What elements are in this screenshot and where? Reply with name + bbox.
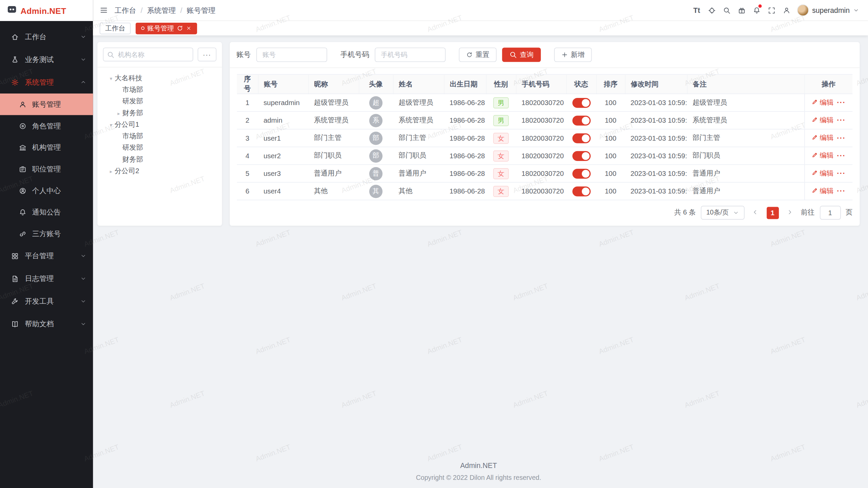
- edit-button[interactable]: 编辑: [811, 151, 833, 161]
- tree-caret-icon[interactable]: ▾: [107, 122, 115, 127]
- sidebar-subitem[interactable]: 三方账号: [0, 223, 93, 245]
- tab-label: 账号管理: [147, 23, 174, 33]
- row-more-button[interactable]: ···: [837, 116, 846, 124]
- role-icon: [19, 122, 27, 130]
- sidebar-item[interactable]: 开发工具: [0, 290, 93, 313]
- tab-active[interactable]: 账号管理: [136, 22, 197, 34]
- sidebar-subitem[interactable]: 职位管理: [0, 158, 93, 180]
- hamburger-icon[interactable]: [100, 6, 108, 14]
- page-1-button[interactable]: 1: [766, 207, 778, 219]
- tree-node-label: 研发部: [122, 143, 143, 153]
- tree-node[interactable]: 财务部: [101, 154, 219, 165]
- breadcrumb-item[interactable]: 工作台: [115, 5, 136, 15]
- edit-button[interactable]: 编辑: [811, 169, 833, 178]
- status-toggle[interactable]: [572, 115, 590, 125]
- status-toggle[interactable]: [572, 151, 590, 161]
- sidebar-item[interactable]: 日志管理: [0, 267, 93, 290]
- goto-page-input[interactable]: [820, 206, 841, 220]
- reset-button[interactable]: 重置: [459, 47, 496, 62]
- sidebar-item[interactable]: 业务测试: [0, 48, 93, 71]
- locate-icon[interactable]: [704, 3, 719, 18]
- tree-node[interactable]: 研发部: [101, 96, 219, 107]
- edit-label: 编辑: [820, 116, 834, 125]
- logo[interactable]: Admin.NET: [0, 0, 93, 21]
- tab-item[interactable]: 工作台: [100, 22, 131, 34]
- row-more-button[interactable]: ···: [837, 99, 846, 107]
- user-menu[interactable]: superadmin: [797, 4, 859, 16]
- status-toggle[interactable]: [572, 186, 590, 196]
- cell-sort: 100: [596, 129, 625, 147]
- row-more-button[interactable]: ···: [837, 187, 846, 195]
- tree-caret-icon[interactable]: ▸: [115, 110, 122, 116]
- avatar: 部: [369, 131, 382, 145]
- edit-button[interactable]: 编辑: [811, 133, 833, 143]
- sidebar-subitem[interactable]: 通知公告: [0, 201, 93, 223]
- cell-nickname: 系统管理员: [308, 111, 359, 129]
- cell-actions: 编辑···: [804, 111, 852, 129]
- cell-sort: 100: [596, 147, 625, 164]
- add-label: 新增: [571, 50, 585, 60]
- row-more-button[interactable]: ···: [837, 134, 846, 142]
- search-icon[interactable]: [719, 3, 734, 18]
- status-toggle[interactable]: [572, 98, 590, 107]
- tree-node[interactable]: ▾分公司1: [101, 119, 219, 130]
- tree-node-label: 研发部: [122, 97, 143, 106]
- tree-node[interactable]: ▾大名科技: [101, 73, 219, 84]
- row-more-button[interactable]: ···: [837, 169, 846, 178]
- phone-input[interactable]: [375, 47, 446, 62]
- tree-caret-icon[interactable]: ▸: [107, 168, 115, 174]
- gift-icon[interactable]: [734, 3, 749, 18]
- status-toggle[interactable]: [572, 133, 590, 143]
- edit-button[interactable]: 编辑: [811, 116, 833, 125]
- user-icon[interactable]: [779, 3, 794, 18]
- tree-node[interactable]: ▸分公司2: [101, 165, 219, 177]
- sidebar-subitem[interactable]: 个人中心: [0, 180, 93, 202]
- tabs-bar: 工作台账号管理: [93, 21, 868, 35]
- cell-avatar: 其: [359, 182, 393, 200]
- row-more-button[interactable]: ···: [837, 151, 846, 160]
- sidebar-item[interactable]: 工作台: [0, 25, 93, 48]
- fullscreen-icon[interactable]: [764, 3, 779, 18]
- tree-caret-icon[interactable]: ▾: [107, 76, 115, 81]
- breadcrumb-separator: /: [180, 6, 182, 14]
- tree-more-button[interactable]: ···: [198, 47, 217, 61]
- table-body: 1superadmin超级管理员超超级管理员1986-06-28男1802003…: [237, 94, 853, 200]
- edit-icon: [811, 151, 818, 160]
- cell-remark: 超级管理员: [687, 94, 804, 111]
- breadcrumb-item[interactable]: 账号管理: [187, 5, 216, 15]
- tree-node[interactable]: 研发部: [101, 142, 219, 154]
- sidebar-subitem[interactable]: 账号管理: [0, 94, 93, 115]
- edit-button[interactable]: 编辑: [811, 98, 833, 107]
- org-search-input[interactable]: [103, 47, 193, 61]
- tab-refresh-icon[interactable]: [177, 25, 183, 32]
- page-size-select[interactable]: 10条/页: [701, 206, 744, 220]
- add-button[interactable]: 新增: [554, 47, 592, 62]
- refresh-icon: [466, 52, 473, 58]
- prev-page-button[interactable]: [749, 207, 762, 219]
- bell-icon[interactable]: [749, 3, 764, 18]
- tree-node[interactable]: ▸财务部: [101, 107, 219, 119]
- tree-node-label: 大名科技: [115, 74, 142, 83]
- sidebar-item[interactable]: 平台管理: [0, 245, 93, 267]
- next-page-button[interactable]: [784, 207, 796, 219]
- cell-gender: 女: [486, 165, 516, 182]
- cell-account: user2: [258, 147, 309, 164]
- cell-birthdate: 1986-06-28: [444, 147, 486, 164]
- tree-node[interactable]: 市场部: [101, 84, 219, 96]
- edit-button[interactable]: 编辑: [811, 186, 833, 196]
- footer-copyright: Copyright © 2022 Dilon All rights reserv…: [97, 474, 860, 482]
- breadcrumb-item[interactable]: 系统管理: [147, 5, 176, 15]
- account-input[interactable]: [256, 47, 327, 62]
- avatar: 普: [369, 167, 382, 180]
- sidebar-subitem[interactable]: 角色管理: [0, 115, 93, 137]
- tools-icon: [11, 298, 20, 305]
- font-size-icon[interactable]: Tt: [689, 3, 704, 18]
- sidebar-subitem[interactable]: 机构管理: [0, 137, 93, 158]
- tab-close-icon[interactable]: [186, 25, 192, 31]
- status-toggle[interactable]: [572, 168, 590, 178]
- sidebar-item[interactable]: 系统管理: [0, 71, 93, 94]
- search-button[interactable]: 查询: [502, 47, 541, 62]
- sidebar-item[interactable]: 帮助文档: [0, 312, 93, 335]
- edit-label: 编辑: [820, 151, 834, 161]
- tree-node[interactable]: 市场部: [101, 130, 219, 142]
